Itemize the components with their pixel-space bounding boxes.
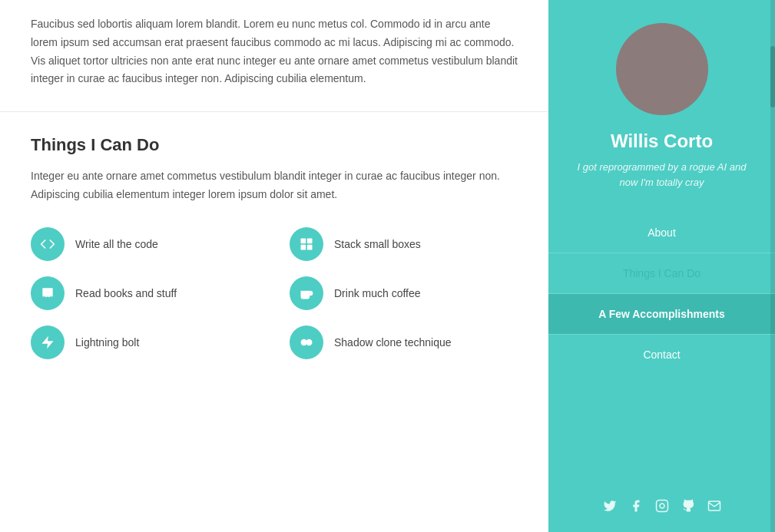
profile-tagline: I got reprogrammed by a rogue AI and now…: [564, 160, 760, 190]
skills-intro: Integer eu ante ornare amet commetus ves…: [31, 167, 518, 204]
skill-item: Drink much coffee: [290, 276, 518, 310]
bolt-icon: [31, 325, 65, 359]
scrollbar-thumb: [770, 46, 775, 107]
profile-name: Willis Corto: [611, 131, 713, 152]
email-social-icon[interactable]: [707, 499, 721, 517]
clone-icon: [290, 325, 323, 359]
sidebar-nav-item-0[interactable]: About: [548, 213, 775, 253]
svg-rect-2: [301, 245, 306, 250]
skills-grid: Write all the codeStack small boxesRead …: [31, 227, 518, 359]
skill-label: Read books and stuff: [75, 287, 177, 299]
twitter-social-icon[interactable]: [603, 499, 617, 517]
skill-label: Stack small boxes: [334, 238, 421, 250]
scrollbar[interactable]: [770, 0, 775, 532]
skill-item: Write all the code: [31, 227, 259, 261]
boxes-icon: [290, 227, 323, 261]
svg-rect-10: [656, 501, 667, 512]
code-icon: [31, 227, 65, 261]
sidebar-nav-item-1[interactable]: Things I Can Do: [548, 253, 775, 293]
svg-rect-0: [301, 238, 306, 243]
coffee-icon: [290, 276, 323, 310]
skill-item: Shadow clone technique: [290, 325, 518, 359]
sidebar-profile: Willis Corto I got reprogrammed by a rog…: [548, 0, 775, 205]
avatar: [616, 23, 708, 115]
skills-section: Things I Can Do Integer eu ante ornare a…: [0, 112, 548, 390]
instagram-social-icon[interactable]: [655, 499, 669, 517]
main-content: Faucibus sed lobortis aliquam lorem blan…: [0, 0, 548, 532]
skill-label: Write all the code: [75, 238, 158, 250]
skill-item: Stack small boxes: [290, 227, 518, 261]
facebook-social-icon[interactable]: [629, 499, 643, 517]
skill-label: Drink much coffee: [334, 287, 421, 299]
top-paragraph: Faucibus sed lobortis aliquam lorem blan…: [31, 15, 518, 88]
skill-item: Lightning bolt: [31, 325, 259, 359]
sidebar: Willis Corto I got reprogrammed by a rog…: [548, 0, 775, 532]
skill-item: Read books and stuff: [31, 276, 259, 310]
svg-marker-7: [42, 335, 54, 349]
sidebar-nav: AboutThings I Can DoA Few Accomplishment…: [548, 213, 775, 375]
svg-point-9: [306, 339, 312, 345]
skills-title: Things I Can Do: [31, 135, 518, 155]
skill-label: Lightning bolt: [75, 336, 139, 349]
sidebar-footer: [548, 484, 775, 532]
skill-label: Shadow clone technique: [334, 336, 452, 349]
sidebar-nav-item-3[interactable]: Contact: [548, 335, 775, 375]
github-social-icon[interactable]: [681, 499, 695, 517]
svg-rect-1: [307, 238, 313, 243]
top-section: Faucibus sed lobortis aliquam lorem blan…: [0, 0, 548, 112]
book-icon: [31, 276, 65, 310]
sidebar-nav-item-2[interactable]: A Few Accomplishments: [548, 294, 775, 334]
svg-rect-3: [307, 245, 313, 250]
